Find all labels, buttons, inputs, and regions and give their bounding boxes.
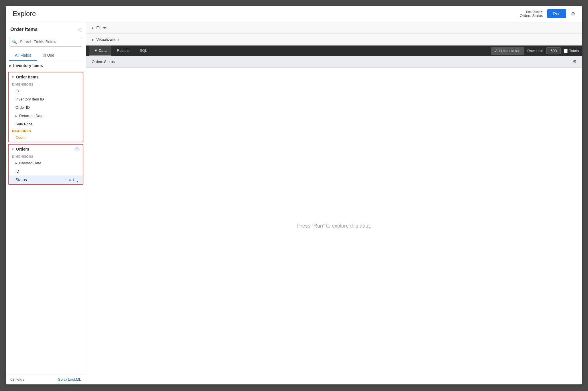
group-header-inventory-items[interactable]: ▶ Inventory Items [6, 61, 86, 70]
search-box: 🔍 [9, 37, 82, 47]
gear-icon[interactable]: ⚙ [571, 11, 575, 17]
go-to-lookml-link[interactable]: Go to LookML [58, 377, 81, 382]
app-title: Explore [13, 10, 36, 18]
search-icon: 🔍 [12, 40, 17, 44]
group-orders: ▼ Orders 1 DIMENSIONS ▶ Created Date ID … [8, 144, 83, 185]
results-gear-icon[interactable]: ⚙ [573, 59, 577, 64]
filters-section: ▶ Filters [86, 22, 582, 34]
dimensions-label-order-items: DIMENSIONS [9, 82, 83, 87]
info-icon[interactable]: ℹ [72, 178, 74, 182]
group-header-order-items[interactable]: ▼ Order Items [9, 72, 83, 82]
timezone-chevron-icon[interactable]: ▾ [541, 10, 543, 13]
sidebar-back-icon[interactable]: ◁ [78, 27, 81, 32]
row-limit-label: Row Limit [527, 49, 544, 53]
created-date-chevron-icon: ▶ [15, 162, 17, 165]
empty-state: Press “Run” to explore this data. [86, 68, 582, 384]
rows-info: Orders Status [520, 13, 543, 18]
header-info: Time Zone ▾ Orders Status [520, 10, 543, 18]
field-chevron-icon: ▶ [15, 114, 17, 117]
right-panel: ▶ Filters ▶ Visualization ▼ Data Results [86, 22, 582, 384]
results-column-title: Orders Status [92, 60, 115, 64]
visualization-header[interactable]: ▶ Visualization [86, 34, 582, 45]
dimensions-label-orders: DIMENSIONS [9, 154, 83, 159]
sidebar: Order Items ◁ 🔍 All Fields In Use [6, 22, 86, 384]
filter-icon[interactable]: ≡ [68, 178, 71, 182]
tab-all-fields[interactable]: All Fields [9, 50, 37, 61]
field-status-actions: ↕ ≡ ℹ ⋮ [65, 178, 79, 182]
group-header-orders[interactable]: ▼ Orders 1 [9, 145, 83, 154]
main-content: Order Items ◁ 🔍 All Fields In Use [6, 22, 582, 384]
visualization-section: ▶ Visualization [86, 34, 582, 46]
fields-count: 63 fields [10, 377, 24, 382]
field-order-items-id[interactable]: ID [9, 87, 83, 95]
chevron-down-icon: ▼ [11, 76, 14, 79]
app-header: Explore Time Zone ▾ Orders Status Run ⚙ [6, 6, 582, 22]
field-inventory-item-id[interactable]: Inventory Item ID [9, 95, 83, 103]
orders-chevron-down-icon: ▼ [11, 148, 14, 151]
field-list: ▶ Inventory Items ▼ Order Items DIMENSIO… [6, 61, 86, 374]
results-header: Orders Status ⚙ [86, 56, 582, 68]
data-tab-chevron-icon: ▼ [94, 48, 99, 53]
sidebar-title: Order Items [10, 27, 38, 32]
tab-in-use[interactable]: In Use [37, 50, 60, 61]
filters-chevron-icon: ▶ [92, 26, 94, 29]
data-toolbar: ▼ Data Results SQL Add calculation Row L… [86, 46, 582, 56]
tab-sql[interactable]: SQL [135, 46, 152, 56]
field-orders-id[interactable]: ID [9, 167, 83, 175]
sidebar-header: Order Items ◁ [6, 22, 86, 37]
field-returned-date[interactable]: ▶ Returned Date [9, 112, 83, 120]
totals-checkbox[interactable] [564, 49, 568, 53]
tabs: All Fields In Use [6, 50, 86, 61]
chevron-right-icon: ▶ [9, 64, 11, 67]
group-inventory-items: ▶ Inventory Items [6, 61, 86, 70]
field-order-id[interactable]: Order ID [9, 103, 83, 112]
timezone-label: Time Zone ▾ [520, 10, 543, 13]
field-count[interactable]: Count [9, 133, 83, 142]
toolbar-right: Add calculation Row Limit Totals [491, 47, 579, 55]
sort-icon[interactable]: ↕ [65, 178, 67, 182]
row-limit-input[interactable] [546, 47, 561, 54]
field-created-date[interactable]: ▶ Created Date [9, 159, 83, 167]
sidebar-footer: 63 fields Go to LookML [6, 374, 86, 384]
run-button[interactable]: Run [547, 9, 566, 18]
group-order-items: ▼ Order Items DIMENSIONS ID Inventory It… [8, 72, 83, 142]
add-calculation-button[interactable]: Add calculation [491, 47, 524, 55]
orders-badge: 1 [74, 147, 80, 151]
viz-chevron-icon: ▶ [92, 38, 94, 41]
measures-label-order-items: MEASURES [9, 128, 83, 133]
more-icon[interactable]: ⋮ [76, 178, 79, 182]
header-right: Time Zone ▾ Orders Status Run ⚙ [520, 9, 575, 18]
field-sale-price[interactable]: Sale Price [9, 120, 83, 128]
filters-header[interactable]: ▶ Filters [86, 22, 582, 33]
tab-results[interactable]: Results [112, 46, 134, 56]
tab-data[interactable]: ▼ Data [89, 46, 111, 56]
search-input[interactable] [9, 37, 82, 47]
field-status[interactable]: Status ↕ ≡ ℹ ⋮ [9, 175, 83, 184]
totals-label: Totals [564, 49, 579, 53]
